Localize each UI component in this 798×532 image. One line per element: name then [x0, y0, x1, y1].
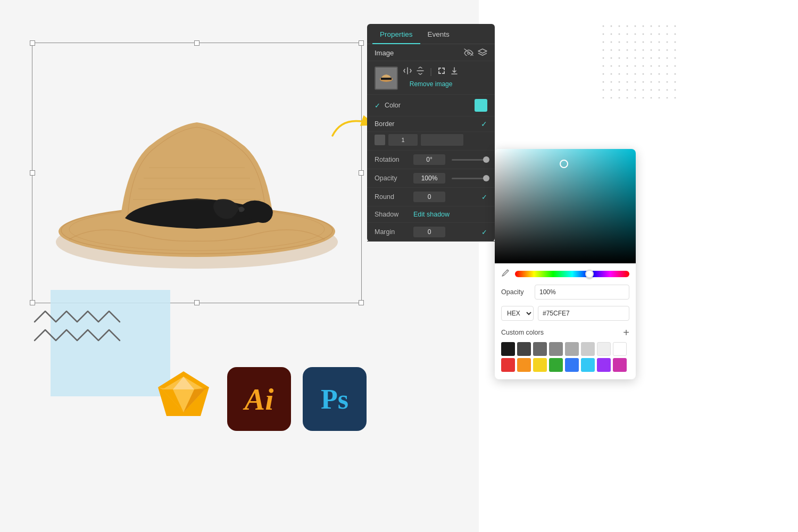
round-row: Round 0 ✓ [367, 188, 495, 206]
svg-point-18 [468, 52, 470, 54]
picker-opacity-row: Opacity [495, 282, 636, 304]
ai-label: Ai [245, 381, 274, 417]
image-content-section: | Remove image [367, 61, 495, 95]
color-cursor[interactable] [560, 160, 568, 168]
swatches-row-2 [501, 358, 629, 372]
tab-events[interactable]: Events [420, 24, 457, 44]
color-gradient-area[interactable] [495, 149, 636, 263]
swatch-orange[interactable] [517, 358, 531, 372]
border-label: Border [375, 120, 395, 128]
margin-label: Margin [375, 228, 409, 236]
border-width-input[interactable] [388, 134, 418, 146]
swatch-blue[interactable] [565, 358, 579, 372]
edit-shadow-button[interactable]: Edit shadow [413, 211, 450, 218]
opacity-slider-handle[interactable] [483, 175, 489, 181]
swatch-white[interactable] [613, 342, 627, 356]
image-tool-icons: | [403, 66, 459, 77]
dot-grid [601, 24, 681, 98]
flip-horizontal-icon[interactable] [403, 66, 412, 77]
image-thumbnail [375, 66, 398, 90]
flip-vertical-icon[interactable] [416, 66, 425, 77]
swatch-gray3[interactable] [565, 342, 579, 356]
eyedropper-icon[interactable] [501, 269, 510, 279]
rotation-label: Rotation [375, 156, 409, 163]
picker-opacity-label: Opacity [501, 288, 530, 296]
panel-tabs: Properties Events [367, 24, 495, 44]
color-label: Color [385, 102, 401, 109]
opacity-row: Opacity 100% [367, 169, 495, 188]
visibility-icon[interactable] [464, 48, 473, 57]
border-color-box[interactable] [375, 135, 385, 145]
round-value[interactable]: 0 [413, 192, 445, 202]
image-section-title: Image [375, 49, 394, 57]
swatch-gray4[interactable] [581, 342, 595, 356]
swatch-gray2[interactable] [549, 342, 563, 356]
rotation-slider[interactable] [452, 159, 487, 161]
zigzag-lines [29, 306, 128, 351]
app-icons-row: Ai Ps [152, 367, 367, 431]
color-row: ✓ Color [367, 95, 495, 117]
add-color-button[interactable]: + [623, 327, 629, 338]
shadow-row: Shadow Edit shadow [367, 206, 495, 223]
margin-row: Margin 0 ✓ [367, 223, 495, 242]
photoshop-icon: Ps [303, 367, 367, 431]
svg-point-24 [506, 270, 508, 271]
image-section-header: Image [367, 44, 495, 61]
swatch-pink[interactable] [613, 358, 627, 372]
remove-image-button[interactable]: Remove image [403, 80, 459, 88]
shadow-label: Shadow [375, 211, 409, 218]
hex-row: HEX RGB HSL [495, 304, 636, 325]
rotation-slider-handle[interactable] [483, 156, 489, 163]
swatch-light[interactable] [597, 342, 611, 356]
border-row: Border ✓ [367, 117, 495, 132]
hat-image [32, 43, 362, 303]
sketch-icon [152, 367, 215, 431]
opacity-label: Opacity [375, 174, 409, 182]
resize-icon[interactable] [437, 66, 446, 77]
swatch-gray1[interactable] [533, 342, 547, 356]
swatch-green[interactable] [549, 358, 563, 372]
color-check: ✓ [375, 102, 380, 110]
color-format-select[interactable]: HEX RGB HSL [501, 306, 534, 321]
tab-properties[interactable]: Properties [372, 24, 420, 44]
image-title-icons [464, 48, 487, 57]
custom-colors-label: Custom colors [501, 329, 544, 336]
image-controls: | Remove image [403, 66, 459, 88]
border-style-input[interactable] [421, 134, 463, 146]
opacity-value[interactable]: 100% [413, 173, 445, 184]
hue-slider-row [495, 263, 636, 282]
custom-colors-header: Custom colors + [495, 325, 636, 342]
margin-value[interactable]: 0 [413, 227, 445, 237]
swatch-purple[interactable] [597, 358, 611, 372]
color-picker-panel: Opacity HEX RGB HSL Custom colors + [495, 149, 636, 379]
round-label: Round [375, 193, 409, 201]
illustrator-icon: Ai [227, 367, 291, 431]
layers-icon[interactable] [478, 48, 487, 57]
separator: | [430, 67, 432, 77]
round-check: ✓ [481, 193, 487, 201]
svg-rect-21 [381, 78, 392, 80]
swatches-row-1 [501, 342, 629, 356]
color-swatch[interactable] [475, 99, 487, 112]
rotation-value[interactable]: 0° [413, 154, 445, 165]
border-check-icon: ✓ [481, 120, 487, 128]
download-icon[interactable] [450, 66, 459, 77]
hue-slider-handle[interactable] [585, 270, 594, 278]
margin-check: ✓ [481, 228, 487, 236]
swatch-cyan[interactable] [581, 358, 595, 372]
hex-value-input[interactable] [538, 306, 629, 321]
swatch-red[interactable] [501, 358, 515, 372]
swatch-black[interactable] [501, 342, 515, 356]
color-swatches-grid [495, 342, 636, 372]
hue-slider[interactable] [515, 271, 629, 277]
properties-panel: Properties Events Image [367, 24, 495, 242]
swatch-dark[interactable] [517, 342, 531, 356]
svg-rect-1 [601, 24, 681, 98]
border-inputs [367, 132, 495, 151]
picker-opacity-input[interactable] [535, 285, 629, 300]
opacity-slider[interactable] [452, 178, 487, 179]
rotation-row: Rotation 0° [367, 151, 495, 169]
swatch-yellow[interactable] [533, 358, 547, 372]
ps-label: Ps [321, 384, 348, 415]
